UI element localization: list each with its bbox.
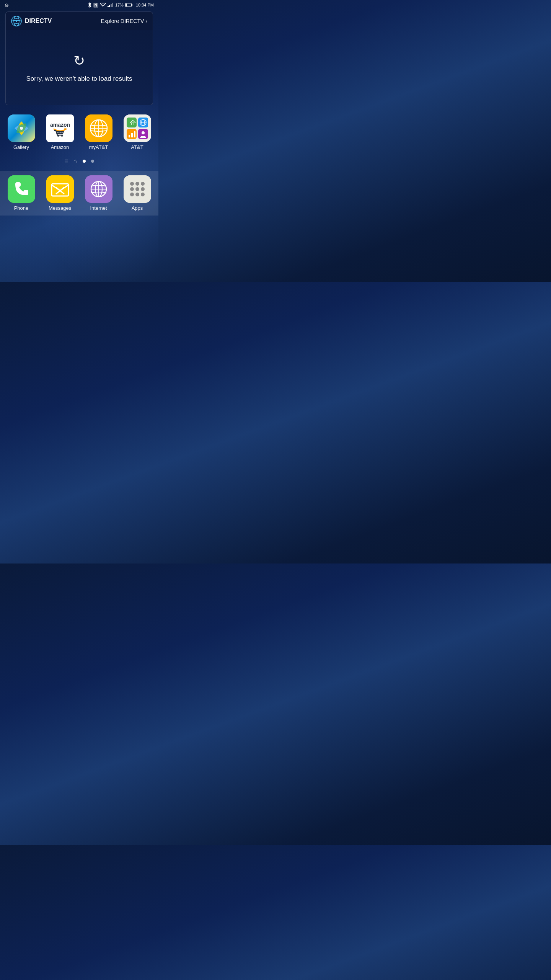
dock-item-phone[interactable]: Phone [4, 175, 39, 211]
status-icons: N 17% 10:34 PM [88, 2, 154, 8]
svg-point-8 [16, 20, 17, 22]
amazon-icon: amazon [46, 114, 74, 142]
messages-icon [46, 175, 74, 203]
svg-point-47 [141, 182, 145, 186]
app-item-att[interactable]: AT&T [120, 114, 155, 150]
dock-item-apps[interactable]: Apps [120, 175, 155, 211]
svg-rect-33 [134, 131, 135, 137]
svg-rect-2 [111, 4, 112, 7]
svg-rect-1 [109, 5, 110, 7]
battery-text: 17% [115, 3, 124, 7]
signal-icon [108, 3, 114, 7]
chevron-right-icon: › [145, 18, 147, 24]
gallery-label: Gallery [13, 144, 29, 150]
status-time: 10:34 PM [136, 3, 154, 7]
status-bar: ⊖ N 17% 10:34 PM [0, 0, 158, 10]
reload-icon[interactable]: ↻ [73, 53, 85, 69]
svg-point-48 [130, 187, 134, 191]
notification-icon: ⊖ [5, 2, 9, 8]
svg-rect-3 [112, 3, 113, 7]
internet-label: Internet [90, 205, 107, 211]
svg-rect-36 [8, 175, 35, 203]
directv-logo: DIRECTV [11, 16, 52, 26]
hamburger-indicator-icon: ≡ [64, 158, 68, 165]
home-indicator-icon: ⌂ [73, 158, 77, 165]
page-indicators: ≡ ⌂ [0, 158, 158, 165]
error-message: Sorry, we weren't able to load results [26, 75, 132, 83]
page-dot [91, 160, 94, 163]
dock-item-messages[interactable]: Messages [42, 175, 77, 211]
apps-label: Apps [132, 205, 143, 211]
svg-rect-5 [126, 4, 127, 7]
wifi-icon [100, 3, 106, 7]
app-item-gallery[interactable]: Gallery [4, 114, 39, 150]
svg-point-51 [130, 193, 134, 196]
dock-item-internet[interactable]: Internet [81, 175, 116, 211]
svg-point-35 [142, 131, 145, 134]
phone-label: Phone [14, 205, 29, 211]
apps-icon [124, 175, 151, 203]
att-folder-icon [124, 114, 151, 142]
svg-point-46 [135, 182, 139, 186]
svg-rect-11 [46, 114, 74, 142]
dock: Phone Messages [0, 171, 158, 216]
directv-brand-name: DIRECTV [25, 18, 52, 24]
svg-point-10 [20, 127, 23, 130]
messages-label: Messages [49, 205, 71, 211]
explore-directv-link[interactable]: Explore DIRECTV › [101, 18, 147, 24]
svg-point-18 [61, 135, 63, 137]
myatt-label: myAT&T [89, 144, 108, 150]
svg-rect-32 [131, 133, 133, 137]
directv-content-area: ↻ Sorry, we weren't able to load results [6, 30, 153, 105]
app-item-amazon[interactable]: amazon Amazon [42, 114, 77, 150]
svg-point-49 [135, 187, 139, 191]
svg-point-45 [130, 182, 134, 186]
att-label: AT&T [131, 144, 143, 150]
bluetooth-icon [88, 2, 92, 8]
svg-text:amazon: amazon [50, 122, 70, 128]
svg-rect-37 [46, 175, 74, 203]
svg-rect-0 [108, 6, 109, 7]
directv-header: DIRECTV Explore DIRECTV › [6, 12, 153, 30]
svg-point-53 [141, 193, 145, 196]
directv-globe-icon [11, 16, 22, 26]
myatt-icon [85, 114, 112, 142]
svg-point-52 [135, 193, 139, 196]
svg-point-17 [57, 135, 59, 137]
phone-icon [8, 175, 35, 203]
page-dot-active [83, 160, 86, 163]
svg-point-50 [141, 187, 145, 191]
gallery-icon [8, 114, 35, 142]
internet-icon [85, 175, 112, 203]
app-grid: Gallery amazon [0, 107, 158, 150]
app-item-myatt[interactable]: myAT&T [81, 114, 116, 150]
battery-icon [125, 3, 133, 7]
directv-card: DIRECTV Explore DIRECTV › ↻ Sorry, we we… [5, 11, 153, 105]
nfc-icon: N [93, 3, 98, 8]
amazon-label: Amazon [51, 144, 69, 150]
svg-rect-31 [129, 135, 130, 137]
